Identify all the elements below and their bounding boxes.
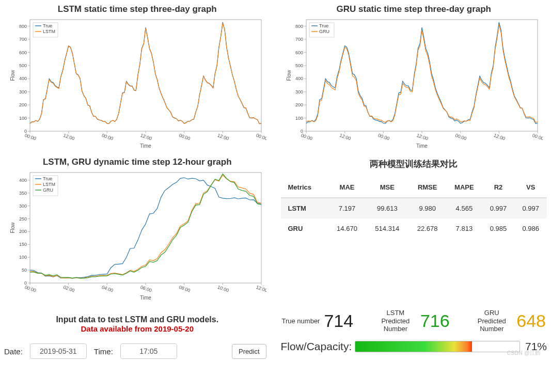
form-title-line2: Data available from 2019-05-20 [4, 324, 271, 333]
svg-text:800: 800 [295, 24, 303, 29]
table-cell: 7.813 [446, 218, 482, 239]
svg-text:04:00: 04:00 [101, 285, 114, 293]
svg-text:00:00: 00:00 [455, 133, 468, 141]
svg-text:700: 700 [295, 37, 303, 42]
svg-text:200: 200 [19, 229, 27, 234]
svg-text:350: 350 [19, 191, 27, 196]
table-row: LSTM7.19799.6139.9804.5650.9970.997 [281, 198, 547, 218]
svg-text:00:00: 00:00 [101, 133, 114, 141]
svg-text:00:00: 00:00 [24, 285, 37, 293]
svg-text:Flow: Flow [10, 222, 15, 233]
lstm-pred-label: LSTM Predicted Number [375, 309, 416, 333]
results-panel: True number 714 LSTM Predicted Number 71… [281, 307, 547, 359]
svg-text:GRU: GRU [319, 29, 329, 34]
svg-text:Time: Time [140, 143, 151, 149]
table-row: GRU14.670514.31422.6787.8130.9850.986 [281, 218, 547, 239]
predict-button[interactable]: Predict [232, 344, 266, 359]
true-number-block: True number 714 [282, 312, 354, 330]
svg-text:200: 200 [19, 102, 27, 107]
svg-text:150: 150 [19, 242, 27, 247]
svg-text:06:00: 06:00 [139, 285, 152, 293]
date-input[interactable] [30, 343, 87, 359]
svg-text:08:00: 08:00 [178, 285, 191, 293]
svg-text:12:00: 12:00 [62, 133, 75, 141]
chart-title: LSTM, GRU dynamic time step 12-hour grap… [43, 155, 232, 168]
table-header-cell: R2 [482, 177, 515, 198]
svg-text:500: 500 [19, 63, 27, 68]
svg-text:100: 100 [19, 116, 27, 121]
chart-title: LSTM static time step three-day graph [58, 2, 217, 15]
svg-text:800: 800 [19, 24, 27, 29]
svg-text:12:00: 12:00 [139, 133, 152, 141]
table-cell: 4.565 [446, 198, 482, 218]
svg-text:Time: Time [416, 143, 428, 149]
table-cell: 0.986 [514, 218, 547, 239]
table-cell: 14.670 [328, 218, 366, 239]
gru-pred-label: GRU Predicted Number [471, 309, 512, 333]
svg-text:12:00: 12:00 [416, 133, 429, 141]
svg-text:400: 400 [19, 76, 27, 81]
table-cell: 9.980 [408, 198, 446, 218]
svg-text:True: True [319, 23, 328, 28]
true-number-label: True number [282, 317, 320, 325]
svg-text:300: 300 [19, 89, 27, 95]
date-label: Date: [4, 347, 23, 356]
svg-rect-40 [306, 20, 538, 131]
svg-text:500: 500 [295, 63, 303, 68]
svg-text:100: 100 [295, 116, 303, 121]
svg-text:250: 250 [19, 216, 27, 222]
svg-text:12:00: 12:00 [339, 133, 352, 141]
true-number-value: 714 [324, 312, 353, 330]
flow-capacity-bar [355, 341, 520, 352]
svg-text:00:00: 00:00 [24, 133, 37, 141]
svg-text:200: 200 [295, 102, 303, 107]
metrics-panel: 两种模型训练结果对比 MetricsMAEMSERMSEMAPER2VS LST… [281, 155, 547, 302]
svg-text:12:00: 12:00 [217, 133, 230, 141]
table-cell: 7.197 [328, 198, 366, 218]
table-cell: 99.613 [366, 198, 408, 218]
svg-text:00:00: 00:00 [301, 133, 313, 141]
table-header-cell: RMSE [408, 177, 446, 198]
table-cell: 0.997 [514, 198, 547, 218]
svg-text:12:00: 12:00 [493, 133, 506, 141]
svg-text:700: 700 [19, 37, 27, 42]
flow-capacity-label: Flow/Capacity: [281, 340, 352, 353]
svg-text:00:00: 00:00 [377, 133, 390, 141]
svg-text:10:00: 10:00 [217, 285, 230, 293]
table-header-cell: VS [514, 177, 547, 198]
time-label: Time: [94, 347, 113, 356]
table-cell: GRU [281, 218, 328, 239]
metrics-table: MetricsMAEMSERMSEMAPER2VS LSTM7.19799.61… [281, 177, 547, 239]
lstm-pred-value: 716 [420, 312, 450, 330]
gru-pred-value: 648 [516, 312, 546, 330]
time-input[interactable] [120, 343, 177, 359]
gru-3day-chart: 010020030040050060070080000:0012:0000:00… [285, 15, 543, 150]
svg-text:LSTM: LSTM [43, 29, 55, 34]
input-form-panel: Input data to test LSTM and GRU models. … [4, 307, 271, 359]
form-row: Date: Time: Predict [4, 343, 271, 359]
lstm-3day-chart: 010020030040050060070080000:0012:0000:00… [8, 15, 266, 150]
svg-text:02:00: 02:00 [62, 285, 75, 293]
numbers-row: True number 714 LSTM Predicted Number 71… [281, 307, 547, 340]
flow-capacity-row: Flow/Capacity: 71% [281, 340, 547, 353]
svg-text:100: 100 [19, 255, 27, 260]
table-header-cell: MAE [328, 177, 366, 198]
table-header-row: MetricsMAEMSERMSEMAPER2VS [281, 177, 547, 198]
flow-capacity-pct: 71% [523, 340, 547, 353]
svg-text:True: True [43, 176, 52, 181]
table-cell: 0.997 [482, 198, 515, 218]
svg-rect-0 [30, 20, 261, 131]
table-cell: 0.985 [482, 218, 515, 239]
svg-text:GRU: GRU [43, 187, 53, 193]
svg-text:00:00: 00:00 [532, 133, 543, 141]
flow-capacity-fill [355, 341, 472, 352]
svg-text:00:00: 00:00 [255, 133, 266, 141]
svg-text:12:00: 12:00 [255, 285, 266, 293]
svg-text:LSTM: LSTM [43, 182, 55, 187]
svg-text:300: 300 [19, 203, 27, 209]
chart-title: GRU static time step three-day graph [337, 2, 491, 15]
svg-text:True: True [43, 23, 52, 28]
svg-text:600: 600 [295, 50, 303, 55]
svg-text:Time: Time [140, 295, 151, 301]
dynamic-12h-panel: LSTM, GRU dynamic time step 12-hour grap… [4, 155, 271, 302]
